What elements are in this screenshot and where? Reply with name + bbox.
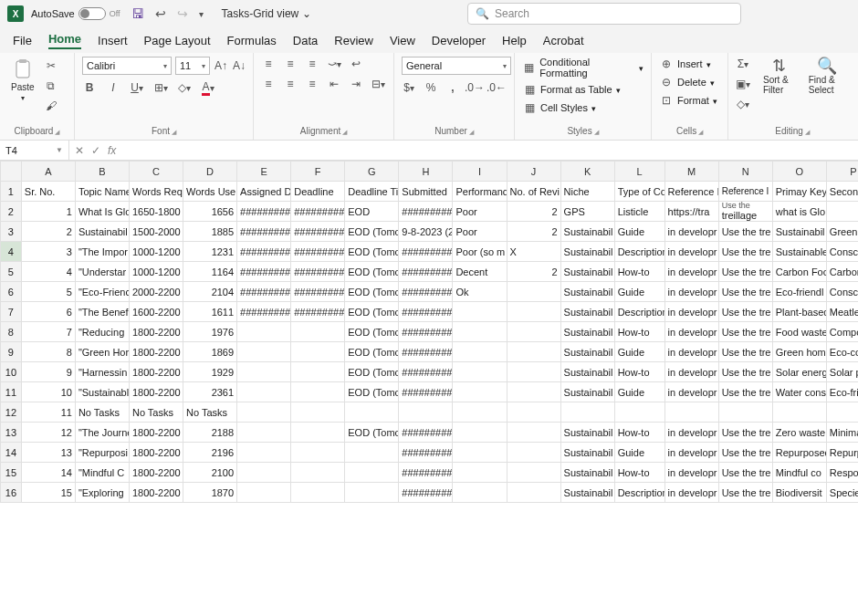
cell[interactable]: Sustainabil bbox=[560, 423, 614, 443]
row-header[interactable]: 5 bbox=[1, 262, 22, 282]
cell[interactable]: EOD bbox=[345, 202, 399, 222]
cell[interactable] bbox=[507, 362, 560, 382]
cell[interactable]: EOD (Tomo bbox=[345, 302, 399, 322]
cell[interactable]: Deadline bbox=[291, 182, 345, 202]
cell[interactable]: Description bbox=[614, 302, 664, 322]
cell[interactable]: Repurposin bbox=[826, 443, 858, 463]
cell[interactable]: EOD (Tomo bbox=[345, 282, 399, 302]
cell[interactable]: 8 bbox=[21, 342, 75, 362]
sort-filter-button[interactable]: ⇅Sort & Filter bbox=[759, 57, 800, 97]
insert-cells-button[interactable]: ⊕Insert ▾ bbox=[659, 57, 717, 71]
cell[interactable]: Conscious l bbox=[826, 242, 858, 262]
cell[interactable]: Use the tre bbox=[718, 382, 772, 402]
cell[interactable]: Ok bbox=[453, 282, 507, 302]
cell[interactable]: 6 bbox=[21, 302, 75, 322]
cell[interactable]: Sustainabil bbox=[560, 282, 614, 302]
cell[interactable]: 2100 bbox=[183, 463, 237, 483]
cell[interactable]: "Repurposi bbox=[75, 443, 129, 463]
cell[interactable]: Sustainabil bbox=[560, 322, 614, 342]
cell[interactable]: https://tra bbox=[664, 202, 718, 222]
cell[interactable]: Sustainabil bbox=[560, 222, 614, 242]
cell[interactable] bbox=[453, 443, 507, 463]
cell[interactable]: 1800-2200 bbox=[129, 382, 183, 402]
cell[interactable] bbox=[826, 402, 858, 423]
cell[interactable]: ######### bbox=[399, 202, 453, 222]
cell[interactable]: Sustainabil bbox=[560, 382, 614, 402]
align-left-icon[interactable]: ≡ bbox=[261, 77, 276, 91]
col-header-H[interactable]: H bbox=[399, 162, 453, 182]
cell[interactable]: Sustainabil bbox=[560, 242, 614, 262]
cell[interactable]: How-to bbox=[614, 262, 664, 282]
cell[interactable]: Repurposed bbox=[772, 443, 826, 463]
cell[interactable]: 1650-1800 bbox=[129, 202, 183, 222]
cell[interactable] bbox=[772, 402, 826, 423]
cell[interactable]: 1800-2200 bbox=[129, 342, 183, 362]
cell[interactable]: Carbon Foo bbox=[772, 262, 826, 282]
align-top-icon[interactable]: ≡ bbox=[261, 57, 276, 71]
cell[interactable]: "Reducing bbox=[75, 322, 129, 342]
col-header-B[interactable]: B bbox=[75, 162, 129, 182]
cell[interactable]: Guide bbox=[614, 222, 664, 242]
cell[interactable]: Words Req bbox=[129, 182, 183, 202]
cell[interactable]: 11 bbox=[21, 402, 75, 423]
cell[interactable]: Primay Key bbox=[772, 182, 826, 202]
cell[interactable]: 9-8-2023 (2 bbox=[399, 222, 453, 242]
cell[interactable]: in developr bbox=[664, 463, 718, 483]
cell[interactable]: Listicle bbox=[614, 202, 664, 222]
cell[interactable]: Plant-based bbox=[772, 302, 826, 322]
cell[interactable]: 1800-2200 bbox=[129, 463, 183, 483]
cell[interactable]: ######### bbox=[399, 423, 453, 443]
cell[interactable]: Use the tre bbox=[718, 423, 772, 443]
cell[interactable]: 1231 bbox=[183, 242, 237, 262]
cell[interactable]: in developr bbox=[664, 262, 718, 282]
align-bottom-icon[interactable]: ≡ bbox=[305, 57, 319, 71]
cell[interactable]: 1800-2200 bbox=[129, 443, 183, 463]
cell[interactable]: 9 bbox=[21, 362, 75, 382]
cell[interactable]: 2188 bbox=[183, 423, 237, 443]
cell[interactable]: in developr bbox=[664, 322, 718, 342]
cell[interactable]: Eco-friendl bbox=[772, 282, 826, 302]
cell[interactable]: Sustainabil bbox=[560, 443, 614, 463]
tab-data[interactable]: Data bbox=[293, 34, 318, 47]
cell[interactable]: GPS bbox=[560, 202, 614, 222]
cell[interactable]: Guide bbox=[614, 443, 664, 463]
cell[interactable]: EOD (Tomo bbox=[345, 322, 399, 342]
cell[interactable]: "Green Hor bbox=[75, 342, 129, 362]
cell[interactable]: Guide bbox=[614, 382, 664, 402]
redo-icon[interactable]: ↪ bbox=[177, 6, 188, 21]
cell[interactable] bbox=[237, 483, 291, 503]
row-header[interactable]: 2 bbox=[1, 202, 22, 222]
row-header[interactable]: 9 bbox=[1, 342, 22, 362]
percent-format-icon[interactable]: % bbox=[424, 80, 438, 95]
cell[interactable] bbox=[291, 443, 345, 463]
col-header-A[interactable]: A bbox=[21, 162, 75, 182]
cell[interactable] bbox=[453, 483, 507, 503]
cell[interactable] bbox=[507, 382, 560, 402]
cell[interactable]: EOD (Tomo bbox=[345, 262, 399, 282]
cell[interactable]: 1885 bbox=[183, 222, 237, 242]
document-name[interactable]: Tasks-Grid view ⌄ bbox=[222, 7, 311, 20]
orientation-icon[interactable]: ⤻▾ bbox=[327, 57, 341, 71]
cell[interactable]: EOD (Tomo bbox=[345, 342, 399, 362]
cell[interactable]: 1870 bbox=[183, 483, 237, 503]
cell[interactable]: ######### bbox=[237, 222, 291, 242]
cell[interactable]: ######### bbox=[399, 342, 453, 362]
cell[interactable] bbox=[507, 443, 560, 463]
cell[interactable] bbox=[507, 342, 560, 362]
find-select-button[interactable]: 🔍Find & Select bbox=[805, 57, 849, 97]
tab-help[interactable]: Help bbox=[502, 34, 527, 47]
cell[interactable]: Guide bbox=[614, 342, 664, 362]
cell[interactable]: 2 bbox=[507, 222, 560, 242]
cell[interactable] bbox=[291, 463, 345, 483]
merge-icon[interactable]: ⊟▾ bbox=[371, 77, 385, 91]
cell[interactable]: in developr bbox=[664, 483, 718, 503]
cell[interactable] bbox=[453, 342, 507, 362]
wrap-text-icon[interactable]: ↩ bbox=[349, 57, 363, 71]
cell[interactable]: ######### bbox=[237, 242, 291, 262]
cell[interactable]: what is Glonass GPS bbox=[772, 202, 826, 222]
cell[interactable]: in developr bbox=[664, 222, 718, 242]
cell[interactable]: ######### bbox=[237, 202, 291, 222]
font-name-select[interactable]: Calibri bbox=[82, 57, 172, 75]
comma-format-icon[interactable]: , bbox=[445, 80, 460, 95]
cell[interactable]: Species div bbox=[826, 483, 858, 503]
